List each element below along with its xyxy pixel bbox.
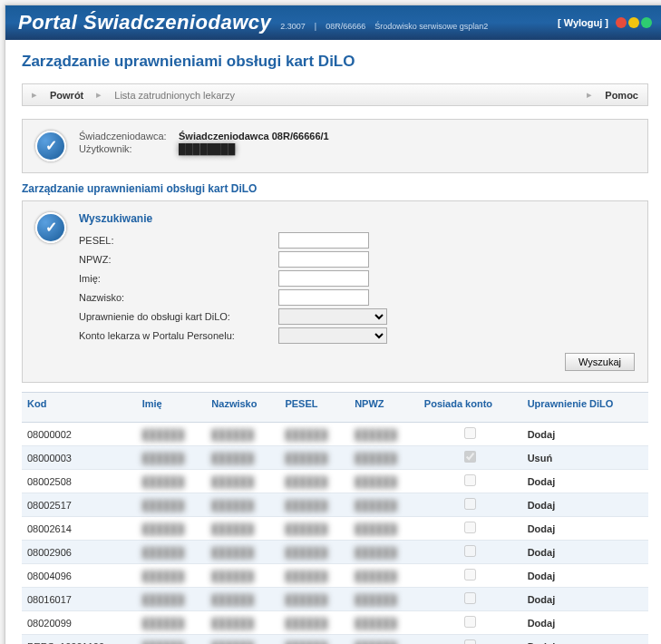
npwz-input[interactable] <box>278 251 369 268</box>
cell-npwz: ██████ <box>349 588 419 611</box>
cell-npwz: ██████ <box>349 446 419 470</box>
posiada-checkbox <box>464 569 476 581</box>
npwz-label: NPWZ: <box>79 254 278 265</box>
uprawnienie-select[interactable] <box>278 308 387 325</box>
cell-nazwisko: ██████ <box>206 446 279 470</box>
col-npwz[interactable]: NPWZ <box>349 393 419 423</box>
cell-pesel: ██████ <box>279 564 349 588</box>
section-title: Zarządzanie uprawnieniami obsługi kart D… <box>22 182 648 195</box>
posiada-checkbox <box>464 427 476 439</box>
cell-pesel: ██████ <box>279 493 349 517</box>
app-account: | <box>315 22 316 31</box>
checkmark-badge-icon <box>35 131 66 161</box>
action-link[interactable]: Dodaj <box>528 429 556 440</box>
posiada-checkbox <box>464 616 476 628</box>
konto-select[interactable] <box>278 327 387 344</box>
cell-kod: 08016017 <box>22 588 137 611</box>
cell-action: Dodaj <box>522 635 648 645</box>
action-link[interactable]: Dodaj <box>528 500 556 511</box>
table-row: 08002614████████████████████████Dodaj <box>22 517 648 541</box>
cell-pesel: ██████ <box>279 446 349 470</box>
nazwisko-input[interactable] <box>278 289 369 306</box>
table-row: 08002508████████████████████████Dodaj <box>22 470 648 493</box>
cell-imie: ██████ <box>137 446 207 470</box>
konto-label: Konto lekarza w Portalu Personelu: <box>79 330 278 341</box>
results-table: Kod Imię Nazwisko PESEL NPWZ Posiada kon… <box>22 392 648 644</box>
app-title: Portal Świadczeniodawcy <box>18 11 271 34</box>
action-link[interactable]: Dodaj <box>528 618 556 629</box>
col-posiada[interactable]: Posiada konto <box>419 393 522 423</box>
cell-posiada <box>419 588 522 611</box>
col-uprawnienie[interactable]: Uprawnienie DiLO <box>522 393 648 423</box>
help-link[interactable]: Pomoc <box>605 90 638 101</box>
cell-imie: ██████ <box>137 423 207 446</box>
uprawnienie-label: Uprawnienie do obsługi kart DiLO: <box>79 311 278 322</box>
col-imie[interactable]: Imię <box>137 393 207 423</box>
action-link[interactable]: Dodaj <box>528 547 556 558</box>
search-panel: Wyszukiwanie PESEL: NPWZ: Imię: Nazwisko… <box>22 200 648 383</box>
pesel-label: PESEL: <box>79 235 278 246</box>
cell-npwz: ██████ <box>349 423 419 446</box>
cell-posiada <box>419 541 522 564</box>
cell-npwz: ██████ <box>349 541 419 564</box>
toolbar: ▸ Powrót ▸ Lista zatrudnionych lekarzy ▸… <box>22 83 648 106</box>
action-link[interactable]: Usuń <box>528 453 553 463</box>
cell-action: Dodaj <box>522 541 648 564</box>
table-row: 08004096████████████████████████Dodaj <box>22 564 648 588</box>
search-button[interactable]: Wyszukaj <box>565 353 635 371</box>
cell-action: Dodaj <box>522 588 648 611</box>
provider-info-panel: Świadczeniodawca: Świadczeniodawca 08R/6… <box>22 119 648 173</box>
col-kod[interactable]: Kod <box>22 393 137 423</box>
cell-kod: 08002614 <box>22 517 137 541</box>
app-header: Portal Świadczeniodawcy 2.3007 | 08R/666… <box>5 5 661 40</box>
table-row: PERS_10001100████████████████████████Dod… <box>22 635 648 645</box>
cell-kod: 08002517 <box>22 493 137 517</box>
col-nazwisko[interactable]: Nazwisko <box>206 393 279 423</box>
nazwisko-label: Nazwisko: <box>79 292 278 303</box>
logout-link[interactable]: [ Wyloguj ] <box>558 17 608 28</box>
cell-kod: PERS_10001100 <box>22 635 137 645</box>
cell-posiada <box>419 423 522 446</box>
cell-action: Dodaj <box>522 470 648 493</box>
table-row: 08000003████████████████████████Usuń <box>22 446 648 470</box>
imie-label: Imię: <box>79 273 278 284</box>
cell-npwz: ██████ <box>349 635 419 645</box>
action-link[interactable]: Dodaj <box>528 641 556 645</box>
user-label: Użytkownik: <box>79 143 179 154</box>
cell-imie: ██████ <box>137 470 207 493</box>
chevron-right-icon: ▸ <box>96 89 102 101</box>
cell-action: Dodaj <box>522 517 648 541</box>
cell-kod: 08002508 <box>22 470 137 493</box>
action-link[interactable]: Dodaj <box>528 476 556 487</box>
cell-npwz: ██████ <box>349 493 419 517</box>
posiada-checkbox <box>464 451 476 463</box>
table-row: 08020099████████████████████████Dodaj <box>22 611 648 635</box>
col-pesel[interactable]: PESEL <box>279 393 349 423</box>
cell-nazwisko: ██████ <box>206 470 279 493</box>
cell-posiada <box>419 564 522 588</box>
search-title: Wyszukiwanie <box>79 212 635 225</box>
posiada-checkbox <box>464 639 476 644</box>
cell-nazwisko: ██████ <box>206 541 279 564</box>
imie-input[interactable] <box>278 270 369 287</box>
action-link[interactable]: Dodaj <box>528 523 556 534</box>
page-title: Zarządzanie uprawnieniami obsługi kart D… <box>22 53 648 71</box>
cell-imie: ██████ <box>137 635 207 645</box>
cell-posiada <box>419 517 522 541</box>
cell-kod: 08000002 <box>22 423 137 446</box>
back-button[interactable]: Powrót <box>50 90 83 101</box>
doctors-link[interactable]: Lista zatrudnionych lekarzy <box>114 90 235 101</box>
app-version: 2.3007 <box>280 22 306 31</box>
cell-posiada <box>419 611 522 635</box>
app-env: Środowisko serwisowe gsplan2 <box>374 22 488 31</box>
cell-kod: 08002906 <box>22 541 137 564</box>
table-row: 08002517████████████████████████Dodaj <box>22 493 648 517</box>
cell-posiada <box>419 635 522 645</box>
pesel-input[interactable] <box>278 232 369 249</box>
cell-pesel: ██████ <box>279 470 349 493</box>
posiada-checkbox <box>464 545 476 557</box>
user-value: ████████ <box>179 143 329 154</box>
cell-pesel: ██████ <box>279 635 349 645</box>
action-link[interactable]: Dodaj <box>528 594 556 605</box>
action-link[interactable]: Dodaj <box>528 571 556 581</box>
